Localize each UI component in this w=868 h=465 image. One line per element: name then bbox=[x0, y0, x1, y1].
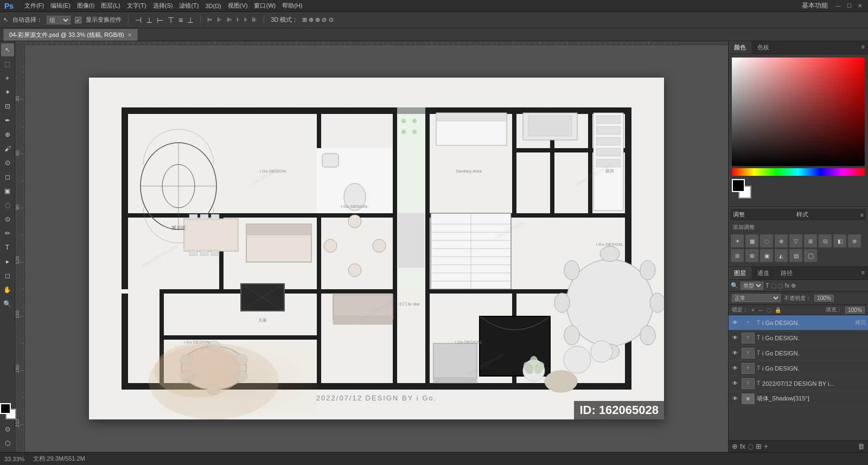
auto-select-dropdown[interactable]: 组 图层 bbox=[47, 16, 71, 24]
adj-hsl-icon[interactable]: ⊞ bbox=[804, 234, 817, 247]
layer-row[interactable]: 👁 T T i Go DESIGN. bbox=[729, 346, 868, 361]
path-select-tool[interactable]: ▸ bbox=[1, 255, 14, 268]
adj-vibrance-icon[interactable]: ▽ bbox=[789, 234, 802, 247]
layer-row[interactable]: 👁 T T i Go DESIGN. 拷贝 bbox=[729, 315, 868, 330]
maximize-button[interactable]: ☐ bbox=[845, 2, 853, 10]
document-tab[interactable]: 04-彩屏源文件.psd @ 33.3% (线稿, RGB/8) ✕ bbox=[3, 29, 138, 41]
eye-icon[interactable]: 👁 bbox=[731, 334, 739, 342]
menu-image[interactable]: 图像(I) bbox=[77, 2, 94, 10]
clone-tool[interactable]: ⊙ bbox=[1, 156, 14, 169]
adj-invert-icon[interactable]: ⊠ bbox=[745, 249, 758, 262]
foreground-background-colors[interactable] bbox=[0, 403, 16, 419]
lasso-tool[interactable]: ⌖ bbox=[1, 72, 14, 85]
layer-style-icon[interactable]: fx bbox=[740, 442, 745, 450]
menu-window[interactable]: 窗口(W) bbox=[254, 2, 276, 10]
layer-row[interactable]: 👁 T T i Go DESIGN. bbox=[729, 361, 868, 376]
eraser-tool[interactable]: ◻ bbox=[1, 170, 14, 183]
selection-tool[interactable]: ⬚ bbox=[1, 58, 14, 71]
menu-filter[interactable]: 滤镜(T) bbox=[179, 2, 199, 10]
menu-help[interactable]: 帮助(H) bbox=[282, 2, 302, 10]
new-layer-icon[interactable]: + bbox=[764, 442, 768, 450]
layer-row[interactable]: 👁 ▣ 墙体_Shadow[315°] bbox=[729, 391, 868, 406]
channels-tab[interactable]: 通道 bbox=[752, 267, 775, 279]
adj-channel-mix-icon[interactable]: ⊞ bbox=[731, 249, 744, 262]
distribute-right-icon[interactable]: ⊫ bbox=[227, 16, 232, 23]
eye-icon[interactable]: 👁 bbox=[731, 394, 739, 403]
menu-file[interactable]: 文件(F) bbox=[24, 2, 44, 10]
paths-tab[interactable]: 路径 bbox=[775, 267, 799, 279]
panel-collapse[interactable]: ≡ bbox=[858, 41, 868, 54]
adj-exposure-icon[interactable]: ⊕ bbox=[775, 234, 788, 247]
new-group-icon[interactable]: ⊞ bbox=[756, 442, 762, 450]
layers-menu-icon[interactable]: ≡ bbox=[858, 267, 868, 279]
menu-select[interactable]: 选择(S) bbox=[153, 2, 173, 10]
link-layers-icon[interactable]: ⊕ bbox=[732, 442, 738, 450]
adj-color-balance-icon[interactable]: ⊟ bbox=[819, 234, 832, 247]
distribute-bottom-icon[interactable]: ⊪ bbox=[252, 16, 257, 23]
align-left-icon[interactable]: ⊣ bbox=[135, 16, 142, 24]
lock-art-icon[interactable]: ◌ bbox=[767, 307, 771, 313]
eyedropper-tool[interactable]: ✒ bbox=[1, 114, 14, 127]
adj-curves-icon[interactable]: ◌ bbox=[760, 234, 773, 247]
pen-tool[interactable]: ✏ bbox=[1, 227, 14, 240]
tab-close-icon[interactable]: ✕ bbox=[127, 32, 132, 38]
lock-move-icon[interactable]: ↔ bbox=[758, 307, 763, 313]
adj-brightness-icon[interactable]: ☀ bbox=[731, 234, 744, 247]
align-middle-h-icon[interactable]: ≡ bbox=[178, 16, 183, 24]
eye-icon[interactable]: 👁 bbox=[731, 364, 739, 373]
close-button[interactable]: ✕ bbox=[856, 2, 864, 10]
lock-pos-icon[interactable]: + bbox=[751, 307, 755, 313]
blend-mode-select[interactable]: 正常 bbox=[732, 294, 781, 302]
adj-threshold-icon[interactable]: ◭ bbox=[775, 249, 788, 262]
shape-tool[interactable]: ◻ bbox=[1, 269, 14, 282]
layer-row[interactable]: 👁 T T i Go DESIGN. bbox=[729, 330, 868, 346]
adj-photo-filter-icon[interactable]: ⊕ bbox=[848, 234, 861, 247]
adj-levels-icon[interactable]: ▦ bbox=[745, 234, 758, 247]
align-top-icon[interactable]: ⊤ bbox=[168, 16, 174, 24]
fill-input[interactable] bbox=[845, 307, 865, 314]
brush-tool[interactable]: 🖌 bbox=[1, 142, 14, 155]
text-tool[interactable]: T bbox=[1, 241, 14, 254]
color-tab[interactable]: 颜色 bbox=[729, 41, 752, 54]
distribute-top-icon[interactable]: ⊦ bbox=[237, 16, 240, 23]
wand-tool[interactable]: ✦ bbox=[1, 86, 14, 99]
layer-row[interactable]: 👁 T T 2022/07/12 DESIGN BY i... bbox=[729, 376, 868, 391]
layers-tab[interactable]: 图层 bbox=[729, 267, 752, 279]
crop-tool[interactable]: ⊡ bbox=[1, 100, 14, 113]
gradient-tool[interactable]: ▣ bbox=[1, 184, 14, 198]
layer-mask-icon[interactable]: ◌ bbox=[748, 442, 754, 450]
fg-swatch[interactable] bbox=[732, 179, 745, 192]
eye-icon[interactable]: 👁 bbox=[731, 379, 739, 388]
blur-tool[interactable]: ◌ bbox=[1, 199, 14, 212]
color-spectrum[interactable] bbox=[732, 168, 865, 176]
zoom-tool[interactable]: 🔍 bbox=[1, 297, 14, 310]
3d-mode-icons[interactable]: ⊞ ⊕ ⊗ ⊘ ⊙ bbox=[302, 16, 333, 23]
canvas-scroll[interactable]: 展示区 i Go DESIGN. i Go DESIGN. Sanitary A… bbox=[25, 45, 728, 452]
eye-icon[interactable]: 👁 bbox=[731, 349, 739, 358]
foreground-color[interactable] bbox=[0, 403, 11, 414]
adj-selective-color-icon[interactable]: ◯ bbox=[804, 249, 817, 262]
menu-layer[interactable]: 图层(L) bbox=[101, 2, 120, 10]
panel-menu-icon[interactable]: ≡ bbox=[860, 212, 864, 218]
screen-mode-toggle[interactable]: ⬡ bbox=[1, 437, 14, 450]
adj-posterize-icon[interactable]: ▣ bbox=[760, 249, 773, 262]
delete-layer-icon[interactable]: 🗑 bbox=[858, 442, 865, 450]
quick-mask-toggle[interactable]: ⊙ bbox=[1, 423, 14, 436]
adj-bw-icon[interactable]: ◧ bbox=[833, 234, 846, 247]
menu-text[interactable]: 文字(T) bbox=[127, 2, 146, 10]
menu-view[interactable]: 视图(V) bbox=[228, 2, 248, 10]
distribute-left-icon[interactable]: ⊨ bbox=[207, 16, 213, 23]
dodge-tool[interactable]: ⊙ bbox=[1, 213, 14, 226]
align-right-icon[interactable]: ⊢ bbox=[157, 16, 163, 24]
distribute-center-h-icon[interactable]: ⊩ bbox=[217, 16, 222, 23]
adj-gradient-map-icon[interactable]: ▤ bbox=[789, 249, 802, 262]
menu-edit[interactable]: 编辑(E) bbox=[50, 2, 71, 10]
fg-bg-swatch[interactable] bbox=[732, 179, 751, 199]
eye-icon[interactable]: 👁 bbox=[731, 319, 739, 327]
heal-tool[interactable]: ⊕ bbox=[1, 128, 14, 141]
swatches-tab[interactable]: 色板 bbox=[752, 41, 775, 54]
minimize-button[interactable]: — bbox=[834, 2, 842, 10]
move-tool[interactable]: ↖ bbox=[1, 43, 14, 56]
align-center-v-icon[interactable]: ⊥ bbox=[146, 16, 152, 24]
hand-tool[interactable]: ✋ bbox=[1, 283, 14, 296]
